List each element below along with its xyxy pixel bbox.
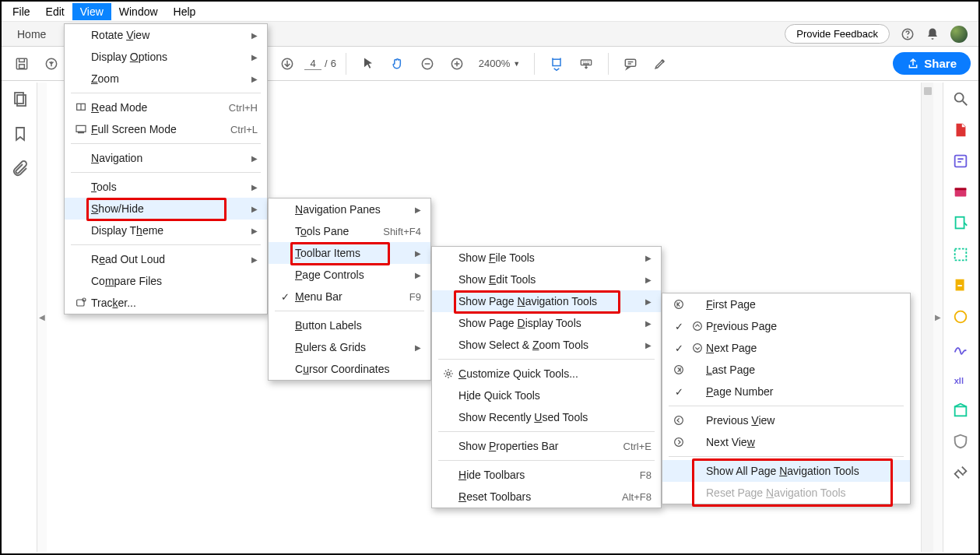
- organize-icon[interactable]: [952, 277, 969, 294]
- hand-icon[interactable]: [385, 51, 410, 76]
- menu1-item-5[interactable]: Full Screen ModeCtrl+L: [65, 118, 267, 140]
- menu3-item-1[interactable]: Show Edit Tools▶: [432, 269, 661, 290]
- zoom-level[interactable]: 2400%▼: [474, 58, 525, 69]
- menu3-item-4[interactable]: Show Select & Zoom Tools▶: [432, 334, 661, 356]
- left-panel: [3, 83, 37, 552]
- menu2-item-1[interactable]: Tools PaneShift+F4: [269, 220, 430, 242]
- comment-icon[interactable]: [618, 51, 643, 76]
- export-pdf-icon[interactable]: [952, 121, 969, 139]
- page-counter[interactable]: 4 / 6: [304, 58, 336, 70]
- avatar[interactable]: [950, 26, 968, 43]
- svg-rect-24: [954, 249, 966, 261]
- menu2-item-2[interactable]: Toolbar Items▶: [269, 242, 430, 264]
- keyboard-icon[interactable]: [574, 51, 599, 76]
- left-collapse[interactable]: ◀: [37, 83, 47, 552]
- zoom-out-icon[interactable]: [415, 51, 440, 76]
- tab-home[interactable]: Home: [2, 22, 61, 46]
- menu4-item-1[interactable]: Previous Page: [662, 315, 910, 337]
- menu3-item-13[interactable]: Reset ToolbarsAlt+F8: [432, 486, 661, 508]
- menu3-item-2[interactable]: Show Page Navigation Tools▶: [432, 290, 661, 312]
- page-navigation-submenu[interactable]: First PagePrevious PageNext PageLast Pag…: [662, 293, 911, 504]
- search-icon[interactable]: [952, 90, 969, 107]
- highlight-icon[interactable]: [648, 51, 673, 76]
- menu2-item-0[interactable]: Navigation Panes▶: [269, 198, 430, 220]
- svg-point-1: [908, 37, 908, 37]
- zoom-in-icon[interactable]: [444, 51, 469, 76]
- menu1-item-7[interactable]: Navigation▶: [65, 147, 267, 169]
- pages-icon[interactable]: [11, 90, 30, 109]
- menu4-item-4[interactable]: Page Number: [662, 381, 910, 402]
- comment-tool-icon[interactable]: [952, 215, 969, 232]
- menu4-item-0[interactable]: First Page: [662, 293, 910, 315]
- share-button[interactable]: Share: [893, 52, 971, 75]
- view-menu[interactable]: Rotate View▶Display Options▶Zoom▶Read Mo…: [64, 23, 268, 314]
- menu2-item-6[interactable]: Button Labels: [269, 314, 430, 336]
- menu1-item-0[interactable]: Rotate View▶: [65, 24, 267, 46]
- compress-icon[interactable]: [952, 308, 969, 325]
- svg-point-39: [675, 416, 683, 425]
- menu2-item-4[interactable]: Menu BarF9: [269, 286, 430, 307]
- menu2-item-8[interactable]: Cursor Coordinates: [269, 358, 430, 380]
- sign-icon[interactable]: [952, 339, 969, 357]
- create-pdf-icon[interactable]: [952, 184, 969, 201]
- show-hide-submenu[interactable]: Navigation Panes▶Tools PaneShift+F4Toolb…: [268, 198, 431, 381]
- bookmark-icon[interactable]: [11, 125, 30, 143]
- menu4-item-10[interactable]: Reset Page Navigation Tools: [662, 482, 910, 504]
- chevron-down-icon: ▼: [513, 60, 520, 68]
- menu4-item-6[interactable]: Previous View: [662, 409, 910, 431]
- toolbar-items-submenu[interactable]: Show File Tools▶Show Edit Tools▶Show Pag…: [431, 246, 662, 508]
- pointer-icon[interactable]: [356, 51, 381, 76]
- fit-width-icon[interactable]: [544, 51, 569, 76]
- menu1-item-11[interactable]: Display Theme▶: [65, 220, 267, 241]
- menu1-item-10[interactable]: Show/Hide▶: [65, 198, 267, 220]
- menu1-item-1[interactable]: Display Options▶: [65, 46, 267, 68]
- circ-left-icon: [669, 414, 689, 427]
- menu2-item-7[interactable]: Rulers & Grids▶: [269, 336, 430, 358]
- shield-icon[interactable]: [952, 433, 969, 450]
- menu1-item-2[interactable]: Zoom▶: [65, 68, 267, 90]
- menu4-item-3[interactable]: Last Page: [662, 359, 910, 381]
- menu-file[interactable]: File: [5, 3, 38, 20]
- vertical-scrollbar[interactable]: [921, 83, 933, 552]
- help-icon[interactable]: [901, 27, 915, 41]
- right-panel: xll: [943, 83, 977, 552]
- print-icon[interactable]: [39, 51, 64, 76]
- menu3-item-8[interactable]: Show Recently Used Tools: [432, 406, 661, 428]
- menu1-item-4[interactable]: Read ModeCtrl+H: [65, 97, 267, 118]
- menu3-item-12[interactable]: Hide ToolbarsF8: [432, 464, 661, 486]
- menu1-item-14[interactable]: Compare Files: [65, 270, 267, 292]
- page-current[interactable]: 4: [304, 58, 321, 70]
- right-collapse[interactable]: ▶: [933, 83, 943, 552]
- menu-help[interactable]: Help: [166, 3, 204, 20]
- circ-right-icon: [669, 436, 689, 448]
- menu4-item-9[interactable]: Show All Page Navigation Tools: [662, 460, 910, 482]
- menu4-item-7[interactable]: Next View: [662, 431, 910, 453]
- save-icon[interactable]: [9, 51, 34, 76]
- attachment-icon[interactable]: [11, 159, 30, 177]
- menu3-item-3[interactable]: Show Page Display Tools▶: [432, 312, 661, 334]
- menu3-item-10[interactable]: Show Properties BarCtrl+E: [432, 435, 661, 457]
- menu1-item-9[interactable]: Tools▶: [65, 176, 267, 198]
- redact-icon[interactable]: xll: [952, 371, 969, 388]
- more-tools-icon[interactable]: [952, 464, 969, 481]
- menu2-item-3[interactable]: Page Controls▶: [269, 264, 430, 286]
- menu-edit[interactable]: Edit: [38, 3, 72, 20]
- edit-pdf-icon[interactable]: [952, 153, 969, 170]
- svg-rect-30: [76, 125, 86, 132]
- menu3-item-0[interactable]: Show File Tools▶: [432, 247, 661, 269]
- svg-rect-3: [19, 64, 25, 68]
- protect-icon[interactable]: [952, 402, 969, 419]
- menu-view[interactable]: View: [72, 3, 111, 20]
- menu4-item-2[interactable]: Next Page: [662, 337, 910, 359]
- menu1-item-13[interactable]: Read Out Loud▶: [65, 248, 267, 270]
- down-circle-icon[interactable]: [275, 51, 300, 76]
- bell-icon[interactable]: [926, 27, 940, 41]
- menu1-item-15[interactable]: Tracker...: [65, 292, 267, 314]
- menu-window[interactable]: Window: [111, 3, 166, 20]
- page-total: 6: [331, 58, 336, 69]
- circ-first-icon: [669, 298, 689, 311]
- combine-icon[interactable]: [952, 246, 969, 263]
- menu3-item-6[interactable]: Customize Quick Tools...: [432, 363, 661, 385]
- provide-feedback-button[interactable]: Provide Feedback: [785, 24, 890, 44]
- menu3-item-7[interactable]: Hide Quick Tools: [432, 385, 661, 406]
